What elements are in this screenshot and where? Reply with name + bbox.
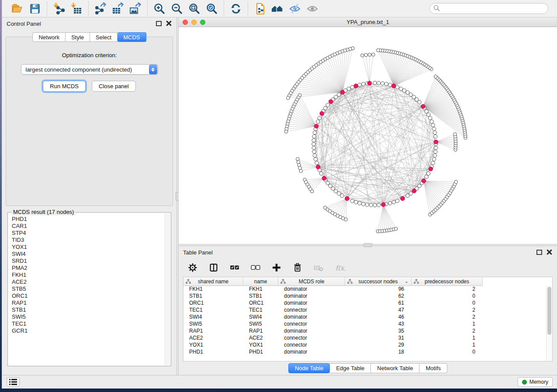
- column-header-predecessor-nodes[interactable]: predecessor nodes: [412, 277, 483, 286]
- ring-node[interactable]: [358, 83, 361, 86]
- close-panel-icon[interactable]: [547, 249, 553, 255]
- close-panel-button[interactable]: Close panel: [92, 81, 136, 92]
- window-close-button[interactable]: [183, 20, 188, 25]
- column-header-shared-name[interactable]: shared name: [183, 277, 243, 286]
- ring-node[interactable]: [319, 172, 323, 175]
- ring-node[interactable]: [313, 131, 316, 134]
- new-network-from-selection-button[interactable]: [253, 2, 267, 16]
- tab-style[interactable]: Style: [66, 32, 90, 42]
- network-canvas[interactable]: [179, 27, 557, 244]
- open-file-button[interactable]: [10, 2, 24, 16]
- search-input[interactable]: [440, 5, 544, 12]
- ring-node[interactable]: [431, 124, 435, 127]
- ring-node[interactable]: [337, 192, 341, 195]
- zoom-in-button[interactable]: [152, 2, 166, 16]
- ring-node[interactable]: [312, 150, 316, 153]
- tab-node-table[interactable]: Node Table: [288, 363, 330, 373]
- mcds-result-item[interactable]: TEC1: [12, 320, 165, 327]
- float-panel-icon[interactable]: [536, 250, 542, 255]
- ring-node[interactable]: [432, 127, 436, 131]
- mcds-hub-node[interactable]: [434, 140, 438, 144]
- memory-button[interactable]: Memory: [518, 377, 553, 387]
- table-scrollbar[interactable]: [546, 286, 552, 361]
- import-table-button[interactable]: [69, 2, 83, 16]
- table-row[interactable]: SWI4SWI4dominator462: [183, 314, 552, 321]
- leaf-node[interactable]: [296, 158, 300, 161]
- ring-node[interactable]: [425, 175, 428, 179]
- mcds-hub-node[interactable]: [354, 84, 358, 88]
- table-row[interactable]: TEC1TEC1connector472: [183, 307, 552, 314]
- zoom-out-button[interactable]: [170, 2, 184, 16]
- mcds-result-item[interactable]: FKH1: [12, 272, 165, 279]
- ring-node[interactable]: [318, 116, 321, 120]
- ring-node[interactable]: [392, 200, 395, 204]
- show-all-button[interactable]: [305, 2, 319, 16]
- leaf-node[interactable]: [287, 96, 290, 100]
- ring-node[interactable]: [377, 203, 381, 207]
- save-session-button[interactable]: [28, 2, 42, 16]
- leaf-node[interactable]: [310, 190, 314, 193]
- ring-node[interactable]: [426, 172, 430, 175]
- mcds-result-list[interactable]: PHD1CAR1STP4TID3YOX1SWI4SRD1PMA2FKH1ACE2…: [8, 213, 165, 365]
- leaf-node[interactable]: [394, 227, 398, 230]
- tab-network[interactable]: Network: [32, 32, 66, 42]
- mcds-hub-node[interactable]: [329, 100, 333, 104]
- table-row[interactable]: YOX1YOX1connector291: [183, 342, 552, 349]
- ring-node[interactable]: [347, 87, 350, 90]
- mcds-hub-node[interactable]: [345, 196, 349, 201]
- export-table-button[interactable]: [111, 2, 125, 16]
- mcds-hub-node[interactable]: [422, 179, 426, 183]
- mcds-result-item[interactable]: SRD1: [12, 258, 165, 265]
- ring-node[interactable]: [433, 154, 436, 157]
- tab-edge-table[interactable]: Edge Table: [330, 363, 371, 373]
- mcds-result-item[interactable]: STB1: [12, 306, 165, 313]
- scrollbar-thumb[interactable]: [547, 287, 551, 335]
- apply-layout-button[interactable]: [229, 2, 243, 16]
- mcds-result-item[interactable]: RAP1: [12, 299, 165, 306]
- hide-selected-button[interactable]: [288, 2, 302, 16]
- ring-node[interactable]: [426, 113, 430, 116]
- mcds-hub-node[interactable]: [381, 203, 386, 207]
- zoom-fit-button[interactable]: [187, 2, 201, 16]
- ring-node[interactable]: [434, 150, 437, 153]
- ring-node[interactable]: [315, 161, 318, 165]
- ring-node[interactable]: [313, 154, 316, 157]
- add-column-button[interactable]: [270, 261, 283, 274]
- leaf-node[interactable]: [372, 53, 375, 56]
- mcds-result-item[interactable]: STP4: [12, 230, 165, 237]
- ring-node[interactable]: [365, 203, 369, 206]
- select-all-button[interactable]: [228, 261, 241, 274]
- leaf-node[interactable]: [368, 53, 371, 57]
- ring-node[interactable]: [369, 203, 373, 207]
- ring-node[interactable]: [381, 82, 384, 85]
- ring-node[interactable]: [312, 146, 315, 150]
- export-image-button[interactable]: [128, 2, 142, 16]
- table-row[interactable]: FKH1FKH1dominator962: [183, 286, 552, 293]
- mcds-result-item[interactable]: YOX1: [12, 244, 165, 251]
- ring-node[interactable]: [324, 107, 327, 110]
- ring-node[interactable]: [433, 131, 436, 134]
- mcds-result-item[interactable]: SWI4: [12, 251, 165, 258]
- table-settings-button[interactable]: [187, 261, 199, 274]
- leaf-node[interactable]: [299, 169, 303, 173]
- task-history-button[interactable]: [7, 377, 20, 387]
- mcds-hub-node[interactable]: [429, 167, 433, 171]
- import-network-button[interactable]: [52, 2, 66, 16]
- mcds-hub-node[interactable]: [421, 104, 426, 109]
- ring-node[interactable]: [388, 83, 392, 86]
- ring-node[interactable]: [430, 120, 433, 123]
- ring-node[interactable]: [312, 134, 316, 138]
- mcds-hub-node[interactable]: [320, 111, 324, 116]
- ring-node[interactable]: [377, 81, 381, 85]
- ring-node[interactable]: [316, 120, 320, 123]
- float-panel-icon[interactable]: [156, 21, 162, 26]
- table-row[interactable]: PHD1PHD1dominator180: [183, 349, 552, 356]
- column-header-successor-nodes[interactable]: successor nodes⌄: [345, 277, 412, 286]
- mcds-hub-node[interactable]: [314, 124, 318, 128]
- mcds-hub-node[interactable]: [401, 196, 405, 201]
- ring-node[interactable]: [340, 194, 344, 197]
- ring-node[interactable]: [428, 116, 432, 120]
- leaf-node[interactable]: [344, 218, 348, 221]
- leaf-node[interactable]: [361, 54, 364, 57]
- splitter-grip[interactable]: [363, 243, 372, 247]
